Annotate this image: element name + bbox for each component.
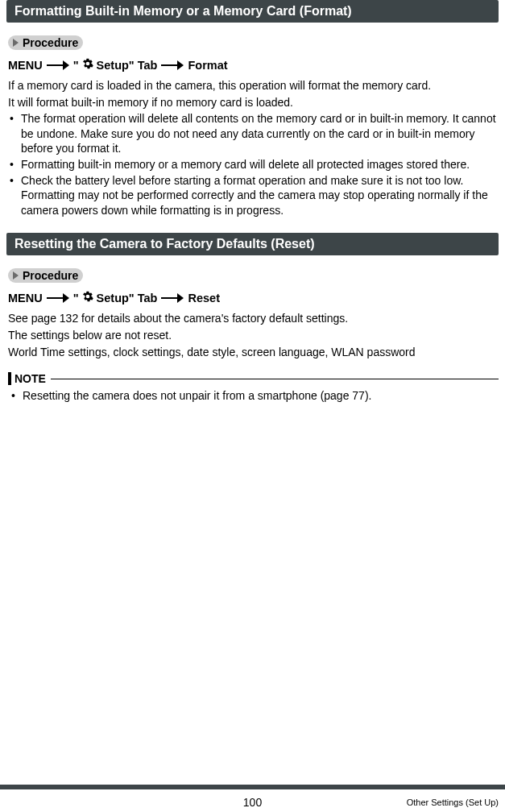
procedure-badge: Procedure — [8, 35, 83, 50]
note-block: NOTE Resetting the camera does not unpai… — [6, 372, 499, 404]
note-label: NOTE — [14, 372, 46, 385]
bullet-text: The format operation will delete all con… — [21, 112, 496, 155]
section-header-format: Formatting Built-in Memory or a Memory C… — [6, 0, 499, 23]
triangle-icon — [13, 39, 19, 47]
reset-line-2: The settings below are not reset. — [6, 328, 499, 343]
intro-text-1: If a memory card is loaded in the camera… — [6, 78, 499, 93]
reset-line-1: See page 132 for details about the camer… — [6, 311, 499, 326]
procedure-label: Procedure — [23, 269, 78, 282]
triangle-icon — [13, 271, 19, 280]
intro-text-2: It will format built-in memory if no mem… — [6, 95, 499, 110]
note-divider — [51, 379, 499, 379]
page-footer: 100 Other Settings (Set Up) — [0, 785, 505, 812]
arrow-icon — [161, 294, 184, 302]
note-bar-icon — [8, 372, 11, 385]
arrow-icon — [47, 61, 69, 69]
menu-end: Format — [188, 59, 227, 72]
list-item: The format operation will delete all con… — [8, 111, 499, 156]
list-item: Check the battery level before starting … — [8, 173, 499, 218]
footer-section-name: Other Settings (Set Up) — [407, 798, 499, 807]
section-title: Resetting the Camera to Factory Defaults… — [14, 237, 315, 251]
section-title: Formatting Built-in Memory or a Memory C… — [14, 4, 352, 18]
arrow-icon — [161, 61, 184, 69]
bullet-text: Resetting the camera does not unpair it … — [23, 389, 371, 402]
reset-line-3: World Time settings, clock settings, dat… — [6, 345, 499, 360]
note-bullet-list: Resetting the camera does not unpair it … — [8, 388, 499, 404]
menu-end: Reset — [188, 292, 220, 304]
setup-tab-word: Setup" Tab — [97, 292, 158, 304]
bullet-text: Formatting built-in memory or a memory c… — [21, 158, 470, 171]
section-header-reset: Resetting the Camera to Factory Defaults… — [6, 233, 499, 255]
quote-open: " — [73, 59, 79, 72]
setup-tab-word: Setup" Tab — [97, 59, 158, 72]
gear-icon — [82, 291, 93, 304]
menu-word: MENU — [8, 292, 43, 304]
menu-path-reset: MENU " Setup" Tab Reset — [6, 291, 499, 304]
quote-open: " — [73, 292, 79, 304]
menu-path-format: MENU " Setup" Tab Format — [6, 58, 499, 72]
format-bullet-list: The format operation will delete all con… — [6, 111, 499, 218]
arrow-icon — [47, 294, 69, 302]
procedure-label: Procedure — [23, 36, 78, 49]
procedure-badge: Procedure — [8, 268, 83, 283]
menu-word: MENU — [8, 59, 43, 72]
bullet-text: Check the battery level before starting … — [21, 174, 488, 217]
page-number: 100 — [243, 796, 262, 809]
list-item: Resetting the camera does not unpair it … — [10, 388, 499, 404]
list-item: Formatting built-in memory or a memory c… — [8, 157, 499, 172]
gear-icon — [82, 58, 93, 72]
